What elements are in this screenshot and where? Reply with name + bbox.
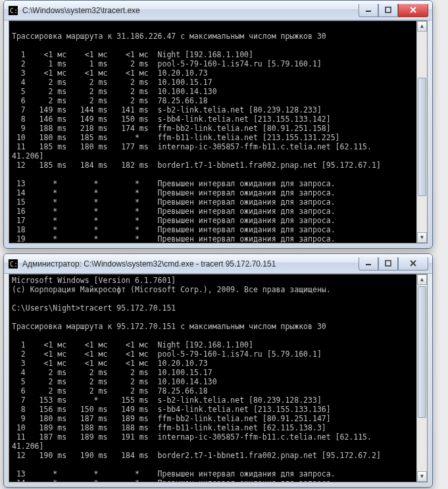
scrollbar[interactable]: ▲ ▼ xyxy=(416,21,427,243)
scroll-thumb[interactable] xyxy=(418,286,426,418)
svg-text:C:\: C:\ xyxy=(10,7,18,14)
console-area[interactable]: Microsoft Windows [Version 6.1.7601] (c)… xyxy=(9,274,428,482)
minimize-button[interactable] xyxy=(359,257,378,270)
titlebar[interactable]: C:\ Администратор: C:\Windows\system32\c… xyxy=(4,254,432,274)
console-icon: C:\ xyxy=(8,259,18,269)
window-cmd: C:\ Администратор: C:\Windows\system32\c… xyxy=(3,253,433,488)
maximize-button[interactable] xyxy=(378,4,398,17)
scroll-down-button[interactable]: ▼ xyxy=(417,232,427,243)
close-button[interactable] xyxy=(398,257,428,270)
scroll-track[interactable] xyxy=(417,32,427,232)
window-tracert: C:\ C:\Windows\system32\tracert.exe Трас… xyxy=(3,0,433,249)
minimize-button[interactable] xyxy=(359,4,378,17)
scroll-thumb[interactable] xyxy=(418,78,426,196)
scroll-down-button[interactable]: ▼ xyxy=(417,471,427,482)
scroll-track[interactable] xyxy=(417,285,427,471)
svg-text:C:\: C:\ xyxy=(10,261,18,268)
titlebar[interactable]: C:\ C:\Windows\system32\tracert.exe xyxy=(4,1,432,20)
window-buttons xyxy=(359,4,428,17)
console-area[interactable]: Трассировка маршрута к 31.186.226.47 с м… xyxy=(9,20,428,244)
window-buttons xyxy=(359,257,428,270)
window-title: C:\Windows\system32\tracert.exe xyxy=(22,6,359,15)
scroll-up-button[interactable]: ▲ xyxy=(417,21,427,32)
window-title: Администратор: C:\Windows\system32\cmd.e… xyxy=(22,259,359,269)
svg-rect-3 xyxy=(386,7,391,13)
scrollbar[interactable]: ▲ ▼ xyxy=(416,274,427,482)
console-icon: C:\ xyxy=(8,5,18,16)
close-button[interactable] xyxy=(398,4,428,17)
svg-rect-9 xyxy=(386,261,391,266)
scroll-up-button[interactable]: ▲ xyxy=(417,274,427,285)
maximize-button[interactable] xyxy=(378,257,398,270)
